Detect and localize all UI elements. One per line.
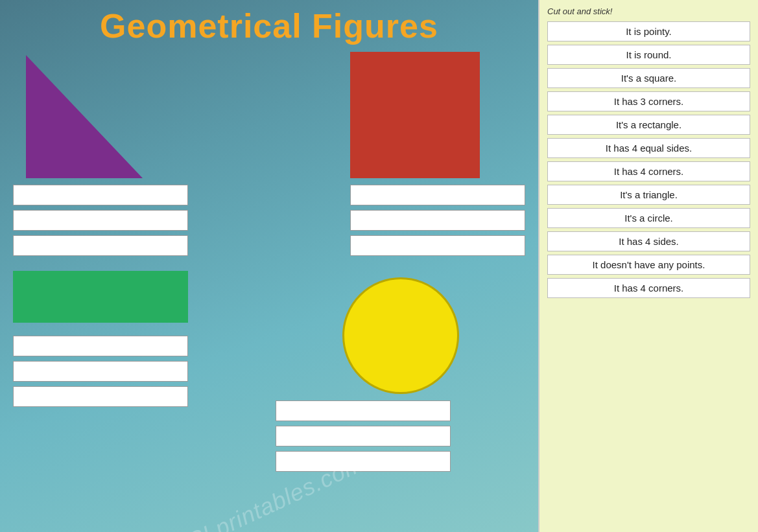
square-answer-boxes <box>350 185 525 260</box>
card-item[interactable]: It doesn't have any points. <box>547 255 750 275</box>
card-item[interactable]: It has 4 corners. <box>547 161 750 181</box>
card-item[interactable]: It is pointy. <box>547 21 750 41</box>
top-shapes-row <box>13 52 525 266</box>
rectangle-answer-boxes <box>13 336 263 411</box>
rectangle-area <box>13 271 263 481</box>
card-item[interactable]: It's a square. <box>547 68 750 88</box>
answer-box[interactable] <box>350 235 525 256</box>
answer-box[interactable] <box>13 361 188 382</box>
answer-box[interactable] <box>13 235 188 256</box>
answer-box[interactable] <box>350 185 525 205</box>
circle-area <box>276 271 525 481</box>
card-item[interactable]: It has 4 equal sides. <box>547 138 750 158</box>
cut-label: Cut out and stick! <box>547 6 750 16</box>
card-item[interactable]: It has 4 corners. <box>547 278 750 298</box>
answer-box[interactable] <box>13 386 188 407</box>
answer-box[interactable] <box>276 400 451 421</box>
cards-container: It is pointy.It is round.It's a square.I… <box>547 21 750 301</box>
circle-shape <box>342 277 459 394</box>
rectangle-shape <box>13 271 188 323</box>
card-item[interactable]: It's a triangle. <box>547 185 750 205</box>
left-panel: Geometrical Figures <box>0 0 538 532</box>
answer-box[interactable] <box>350 210 525 231</box>
triangle-shape <box>26 55 143 178</box>
bottom-shapes-row <box>13 271 525 481</box>
circle-answer-boxes <box>276 400 525 476</box>
card-item[interactable]: It has 4 sides. <box>547 231 750 251</box>
card-item[interactable]: It has 3 corners. <box>547 91 750 111</box>
square-area <box>350 52 525 266</box>
right-panel: Cut out and stick! It is pointy.It is ro… <box>538 0 758 532</box>
answer-box[interactable] <box>13 185 188 205</box>
answer-box[interactable] <box>276 426 451 446</box>
triangle-area <box>13 55 188 266</box>
card-item[interactable]: It is round. <box>547 45 750 65</box>
answer-box[interactable] <box>13 210 188 231</box>
card-item[interactable]: It's a circle. <box>547 208 750 228</box>
page-title: Geometrical Figures <box>13 6 525 45</box>
card-item[interactable]: It's a rectangle. <box>547 115 750 135</box>
answer-box[interactable] <box>13 336 188 356</box>
triangle-answer-boxes <box>13 185 188 260</box>
answer-box[interactable] <box>276 451 451 472</box>
square-shape <box>350 52 480 178</box>
